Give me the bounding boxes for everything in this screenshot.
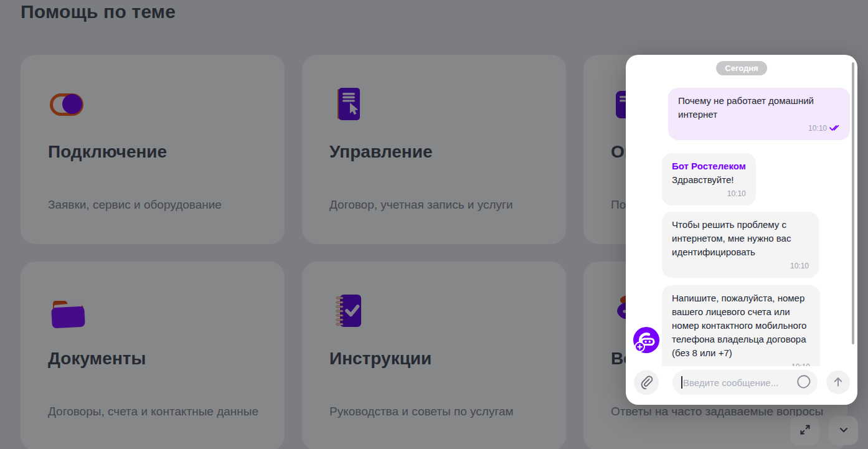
message-time: 10:10 bbox=[672, 259, 809, 273]
bot-message-bubble: Чтобы решить проблему с интернетом, мне … bbox=[662, 212, 819, 278]
card-subtitle: Договор, учетная запись и услуги bbox=[329, 198, 513, 212]
card-instructions[interactable]: Инструкции Руководства и советы по услуг… bbox=[302, 262, 566, 449]
card-connection[interactable]: Подключение Заявки, сервис и оборудовани… bbox=[21, 55, 285, 244]
help-screen: Помощь по теме Подключение Заявки, серви… bbox=[0, 0, 868, 449]
send-button[interactable] bbox=[826, 371, 850, 394]
paperclip-icon bbox=[639, 374, 654, 391]
expand-chat-button[interactable] bbox=[790, 416, 819, 445]
card-title: Инструкции bbox=[329, 349, 432, 369]
card-management[interactable]: Управление Договор, учетная запись и усл… bbox=[302, 55, 566, 244]
message-input[interactable] bbox=[672, 377, 795, 388]
card-subtitle: Руководства и советы по услугам bbox=[329, 405, 514, 418]
message-time: 10:10 bbox=[672, 187, 746, 201]
card-title: Подключение bbox=[48, 142, 167, 162]
chat-widget: Сегодня Почему не работает домашний инте… bbox=[626, 55, 857, 405]
message-text: Напишите, пожалуйста, номер вашего лицев… bbox=[672, 293, 806, 358]
bot-avatar bbox=[632, 326, 661, 354]
message-input-pill bbox=[672, 370, 818, 395]
folder-3d-icon bbox=[48, 293, 88, 330]
notebook-check-3d-icon bbox=[329, 293, 369, 330]
sticker-button[interactable] bbox=[795, 373, 818, 392]
chat-message-list: Сегодня Почему не работает домашний инте… bbox=[626, 55, 857, 366]
toggle-3d-icon bbox=[48, 86, 88, 123]
sticker-icon bbox=[795, 373, 813, 392]
message-time: 10:10 bbox=[672, 360, 810, 366]
page-title: Помощь по теме bbox=[21, 1, 176, 22]
card-subtitle: Заявки, сервис и оборудование bbox=[48, 198, 222, 212]
chat-input-row bbox=[634, 370, 850, 395]
message-text: Здравствуйте! bbox=[672, 174, 734, 185]
chat-scrollbar[interactable] bbox=[852, 62, 854, 344]
text-caret bbox=[681, 376, 682, 389]
bot-message-bubble: Бот Ростелеком Здравствуйте! 10:10 bbox=[662, 153, 756, 206]
date-badge: Сегодня bbox=[716, 61, 767, 75]
arrow-up-icon bbox=[831, 375, 845, 390]
bot-message-bubble: Напишите, пожалуйста, номер вашего лицев… bbox=[662, 285, 820, 366]
card-title: Управление bbox=[329, 142, 432, 162]
book-cursor-3d-icon bbox=[329, 86, 369, 123]
message-time: 10:10 bbox=[808, 121, 827, 135]
expand-icon bbox=[798, 423, 812, 438]
card-title: Документы bbox=[48, 349, 146, 369]
attach-button[interactable] bbox=[634, 370, 659, 395]
chat-floating-controls bbox=[790, 416, 858, 445]
bot-name: Бот Ростелеком bbox=[672, 161, 746, 171]
chevron-down-icon bbox=[837, 423, 850, 438]
message-text: Чтобы решить проблему с интернетом, мне … bbox=[672, 219, 791, 257]
double-check-icon bbox=[829, 121, 840, 135]
user-message-bubble: Почему не работает домашний интернет 10:… bbox=[668, 88, 850, 140]
message-text: Почему не работает домашний интернет bbox=[678, 95, 814, 120]
collapse-chat-button[interactable] bbox=[829, 416, 858, 445]
card-documents[interactable]: Документы Договоры, счета и контактные д… bbox=[21, 262, 285, 449]
card-subtitle: Договоры, счета и контактные данные bbox=[48, 405, 258, 418]
